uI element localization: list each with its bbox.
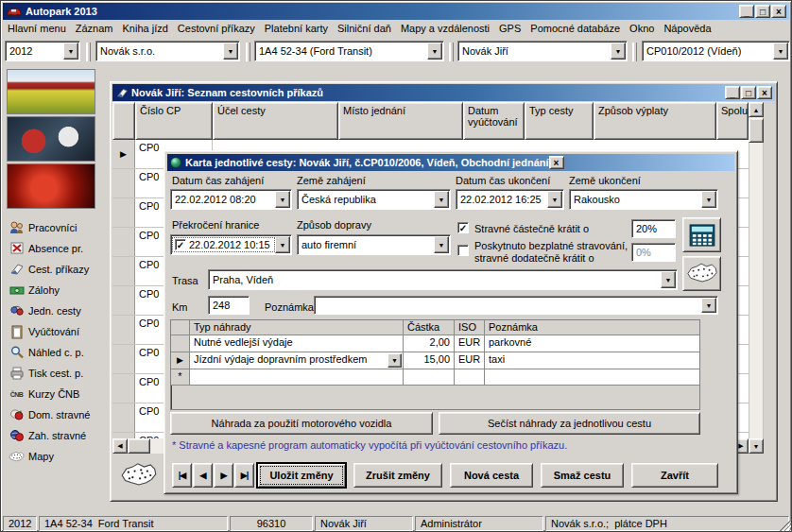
resize-grip[interactable] bbox=[780, 520, 791, 531]
menu-item[interactable]: Záznam bbox=[71, 20, 118, 38]
sidebar-item-absence[interactable]: Absence pr. bbox=[9, 241, 107, 256]
border-crossing-checkbox[interactable]: ✓ bbox=[175, 239, 186, 250]
dropdown-icon[interactable]: ▼ bbox=[275, 191, 290, 208]
column-header-datum-vyuctovani[interactable]: Datum vyúčtování bbox=[463, 102, 525, 140]
menu-item[interactable]: GPS bbox=[494, 20, 525, 38]
list-minimize-button[interactable]: _ bbox=[725, 86, 740, 99]
map-button[interactable] bbox=[682, 256, 721, 291]
cancel-button[interactable]: Zrušit změny bbox=[353, 463, 442, 488]
dropdown-icon[interactable]: ▼ bbox=[661, 271, 676, 288]
dropdown-icon[interactable]: ▼ bbox=[63, 43, 78, 60]
sidebar-item-zalohy[interactable]: Zálohy bbox=[9, 283, 107, 298]
dropdown-icon[interactable]: ▼ bbox=[773, 43, 788, 60]
sidebar-item-zah-stravne[interactable]: Zah. stravné bbox=[9, 428, 107, 443]
nav-prev-button[interactable]: ◀ bbox=[193, 463, 213, 488]
scroll-down-icon[interactable]: ▼ bbox=[749, 438, 764, 454]
expense-row[interactable]: Nutné vedlejší výdaje 2,00 EUR parkovné bbox=[171, 335, 699, 352]
column-header-spolucestujici[interactable]: Spoluc bbox=[716, 102, 749, 140]
trip-combo[interactable]: CP010/2012 (Vídeň) ▼ bbox=[642, 41, 790, 61]
column-header-misto-jednani[interactable]: Místo jednání bbox=[338, 102, 463, 140]
save-button[interactable]: Uložit změny bbox=[257, 463, 346, 488]
expense-iso-cell: EUR bbox=[455, 335, 485, 352]
column-header[interactable] bbox=[112, 102, 135, 140]
menu-item[interactable]: Silniční daň bbox=[333, 20, 396, 38]
sidebar-item-cest-prikazy[interactable]: Cest. příkazy bbox=[9, 262, 107, 277]
year-combo[interactable]: 2012 ▼ bbox=[5, 41, 80, 61]
dropdown-icon[interactable]: ▼ bbox=[427, 43, 442, 60]
transport-combo[interactable]: auto firemní ▼ bbox=[297, 234, 451, 255]
dropdown-icon[interactable]: ▼ bbox=[701, 191, 716, 208]
column-header-ucel-cesty[interactable]: Účel cesty bbox=[213, 102, 338, 140]
scroll-up-icon[interactable]: ▲ bbox=[749, 102, 764, 117]
scroll-left-icon[interactable]: ◀ bbox=[112, 438, 128, 454]
menu-item[interactable]: Mapy a vzdálenosti bbox=[396, 20, 494, 38]
start-datetime-combo[interactable]: 22.02.2012 08:20 ▼ bbox=[170, 189, 292, 210]
scrollbar-thumb[interactable] bbox=[128, 438, 150, 454]
dropdown-icon[interactable]: ▼ bbox=[547, 191, 562, 208]
list-close-button[interactable]: × bbox=[757, 86, 772, 99]
close-button[interactable]: Zavřít bbox=[631, 463, 718, 488]
calculator-button[interactable] bbox=[682, 217, 721, 252]
vehicle-combo[interactable]: 1A4 52-34 (Ford Transit) ▼ bbox=[254, 41, 444, 61]
row-selector bbox=[112, 345, 135, 373]
dropdown-icon[interactable]: ▼ bbox=[223, 43, 238, 60]
vertical-scrollbar[interactable]: ▲ ▼ bbox=[749, 102, 764, 454]
menu-item[interactable]: Nápověda bbox=[659, 20, 715, 38]
transport-label: Způsob dopravy bbox=[297, 219, 371, 231]
nav-next-button[interactable]: ▶ bbox=[214, 463, 233, 488]
column-header-cislo-cp[interactable]: Číslo CP bbox=[135, 102, 213, 140]
sidebar-item-mapy[interactable]: Mapy bbox=[9, 449, 107, 464]
expense-new-row[interactable]: * bbox=[171, 369, 699, 386]
status-vehicle: 1A4 52-34 Ford Transit bbox=[39, 516, 228, 531]
list-maximize-button[interactable]: □ bbox=[741, 86, 756, 99]
dialog-close-icon[interactable]: × bbox=[549, 156, 564, 169]
expense-row[interactable]: ▶ Jízdní výdaje dopravním prostředkem▼ 1… bbox=[171, 352, 699, 369]
dropdown-icon[interactable]: ▼ bbox=[701, 298, 716, 313]
sum-compensation-button[interactable]: Sečíst náhrady za jednotlivou cestu bbox=[439, 412, 700, 435]
menu-item[interactable]: Kniha jízd bbox=[118, 20, 173, 38]
free-meal-checkbox[interactable] bbox=[457, 245, 469, 256]
nav-first-button[interactable]: |◀ bbox=[172, 463, 192, 488]
km-field[interactable]: 248 bbox=[208, 296, 250, 315]
vehicle-compensation-button[interactable]: Náhrada za použití motorového vozidla bbox=[170, 412, 433, 435]
sidebar-item-jedn-cesty[interactable]: Jedn. cesty bbox=[9, 303, 107, 318]
company-combo[interactable]: Novák s.r.o. ▼ bbox=[95, 41, 240, 61]
dropdown-icon[interactable]: ▼ bbox=[434, 236, 449, 253]
free-meal-percent-field[interactable]: 0% bbox=[631, 243, 676, 262]
sidebar-item-vyuctovani[interactable]: Vyúčtování bbox=[9, 324, 107, 339]
menu-item[interactable]: Cestovní příkazy bbox=[173, 20, 260, 38]
sidebar-item-dom-stravne[interactable]: Dom. stravné bbox=[9, 407, 107, 422]
menu-item[interactable]: Okno bbox=[625, 20, 659, 38]
free-meal-label-line1: Poskytnuto bezplatné stravování, bbox=[474, 240, 628, 251]
meal-reduce-percent-field[interactable]: 20% bbox=[631, 219, 676, 238]
menu-item[interactable]: Hlavní menu bbox=[3, 20, 71, 38]
dropdown-icon[interactable]: ▼ bbox=[275, 236, 290, 253]
end-datetime-combo[interactable]: 22.02.2012 16:25 ▼ bbox=[456, 189, 564, 210]
delete-trip-button[interactable]: Smaž cestu bbox=[541, 463, 624, 488]
start-country-combo[interactable]: Česká republika ▼ bbox=[297, 189, 451, 210]
app-close-button[interactable]: × bbox=[771, 5, 786, 18]
menu-item[interactable]: Pomocné databáze bbox=[525, 20, 625, 38]
app-minimize-button[interactable]: _ bbox=[739, 5, 754, 18]
nav-last-button[interactable]: ▶| bbox=[234, 463, 254, 488]
dropdown-icon[interactable]: ▼ bbox=[434, 191, 449, 208]
note-combo[interactable]: ▼ bbox=[314, 296, 718, 315]
sidebar-item-nahled[interactable]: Náhled c. p. bbox=[9, 345, 107, 360]
person-combo[interactable]: Novák Jiří ▼ bbox=[457, 41, 628, 61]
column-header-zpusob-vyplaty[interactable]: Způsob výplaty bbox=[594, 102, 716, 140]
meal-reduce-checkbox[interactable]: ✓ bbox=[457, 222, 469, 233]
new-trip-button[interactable]: Nová cesta bbox=[450, 463, 533, 488]
sidebar-item-pracovnici[interactable]: Pracovníci bbox=[9, 220, 107, 235]
menu-item[interactable]: Platební karty bbox=[260, 20, 333, 38]
sidebar-item-tisk[interactable]: Tisk cest. p. bbox=[9, 366, 107, 381]
dropdown-icon[interactable]: ▼ bbox=[387, 353, 402, 368]
app-maximize-button[interactable]: □ bbox=[755, 5, 770, 18]
end-country-combo[interactable]: Rakousko ▼ bbox=[569, 189, 718, 210]
route-combo[interactable]: Praha, Vídeň ▼ bbox=[208, 269, 678, 290]
dropdown-icon[interactable]: ▼ bbox=[611, 43, 626, 60]
column-header-typ-cesty[interactable]: Typ cesty bbox=[525, 102, 594, 140]
border-crossing-combo[interactable]: ✓ 22.02.2012 10:15 ▼ bbox=[170, 234, 292, 255]
scrollbar-thumb[interactable] bbox=[749, 118, 764, 143]
toolbar-separator bbox=[449, 43, 454, 61]
sidebar-item-kurzy-cnb[interactable]: ČNB Kurzy ČNB bbox=[9, 386, 107, 402]
